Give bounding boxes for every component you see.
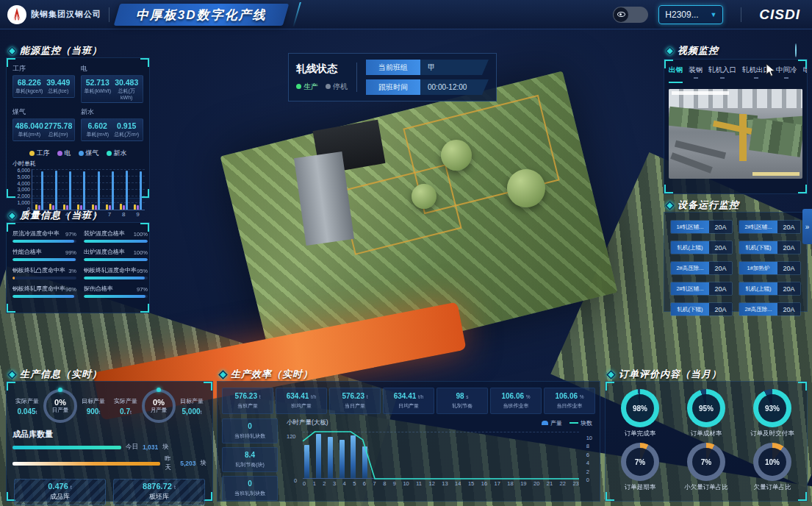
energy-section-process: 工序 68.226单耗(kgce/t) 39.449总耗(tce) — [12, 64, 75, 103]
efficiency-stat: 106.06 %当班作业率 — [490, 388, 542, 414]
quality-item: 性能合格率99% — [12, 248, 76, 261]
camera-tabs: 出钢 装钢 轧机入口 轧机出口 中间冷 电加热 — [664, 60, 807, 86]
header-divider — [741, 7, 741, 22]
energy-chart-legend: 工序 电 煤气 新水 — [7, 149, 149, 158]
quality-item: 出炉温度合格率100% — [84, 248, 148, 261]
energy-chart-title: 小时单耗 — [12, 160, 149, 168]
dashboard: 陕钢集团汉钢公司 中厚板3D数字化产线 H2309... ▼ CISDI 能源监… — [0, 0, 812, 506]
panel-collapse-arrow[interactable]: » — [802, 209, 812, 244]
legend-dot-electricity — [57, 151, 62, 156]
mill-dome — [507, 169, 545, 207]
green-dot-icon — [296, 84, 301, 89]
device-row: 1#加热炉20A — [739, 261, 801, 275]
order-gauge: 95% 订单成材率 — [675, 389, 738, 438]
tab-tapping[interactable]: 出钢 — [669, 65, 683, 83]
tab-intermediate-cooling[interactable]: 中间冷 — [776, 65, 797, 83]
energy-panel: 工序 68.226单耗(kgce/t) 39.449总耗(tce) 电 52.7… — [6, 57, 150, 199]
gray-dot-icon — [326, 84, 331, 89]
energy-y-axis: 6,0005,0004,0003,0002,0001,0000 — [8, 168, 30, 212]
tab-mill-entry[interactable]: 轧机入口 — [708, 65, 736, 83]
top-bar: 陕钢集团汉钢公司 中厚板3D数字化产线 H2309... ▼ CISDI — [0, 0, 812, 29]
finished-goods-card: 0.476 t 成品库 — [14, 479, 106, 505]
order-gauge: 7% 小欠量订单占比 — [675, 443, 738, 492]
line-legend-icon — [570, 422, 578, 424]
device-row: 2#高压除...20A — [670, 261, 733, 275]
quality-panel-title: 质量信息（当班） — [9, 209, 102, 222]
diamond-icon — [665, 46, 675, 56]
bar-legend-icon — [542, 421, 548, 425]
diamond-icon — [7, 370, 17, 380]
energy-panel-title: 能源监控（当班） — [9, 44, 102, 57]
efficiency-panel: 576.23 t当班产量 634.41 t/h班均产量 576.23 t当日产量… — [217, 381, 600, 502]
device-row: 轧机(下辊)20A — [739, 240, 801, 254]
vertical-divider — [356, 63, 357, 92]
hourly-output-chart: 小时产量(大板) 产量 块数 120 0 1086420 012345 — [284, 418, 595, 501]
diamond-icon — [218, 370, 228, 380]
page-title: 中厚板3D数字化产线 — [136, 6, 267, 23]
eye-icon — [617, 12, 625, 17]
video-panel: 出钢 装钢 轧机入口 轧机出口 中间冷 电加热 — [664, 59, 808, 194]
monthly-target-output: 目标产量 5,000t — [176, 397, 208, 416]
heat-number-dropdown[interactable]: H2309... ▼ — [658, 5, 723, 24]
camera-timestamp-overlay — [672, 91, 729, 95]
orders-panel-title: 订单评价内容（当月） — [608, 368, 722, 381]
monthly-output-gauge: 0% 月产量 — [142, 389, 176, 423]
efficiency-stat: 106.06 %当日作业率 — [544, 388, 595, 414]
devices-panel-title: 设备运行监控 — [667, 199, 739, 212]
heat-number-value: H2309... — [665, 10, 698, 20]
video-feed[interactable] — [669, 89, 802, 179]
page-title-banner: 中厚板3D数字化产线 — [114, 4, 289, 26]
order-gauge: 98% 订单完成率 — [608, 389, 672, 438]
side-stat: 8.4轧制节奏(块) — [222, 447, 278, 472]
legend-dot-process — [29, 151, 35, 156]
tab-charging[interactable]: 装钢 — [689, 65, 703, 83]
tab-electric-heating[interactable]: 电加热 — [803, 65, 808, 83]
device-row: 轧机(上辊)20A — [739, 282, 801, 296]
video-settings-icon[interactable] — [795, 44, 797, 57]
chevron-down-icon: ▼ — [710, 11, 716, 18]
energy-chart-bars — [32, 169, 145, 210]
efficiency-stat: 634.41 t/h日均产量 — [383, 388, 434, 414]
device-row: 2#轧区辅...20A — [670, 282, 733, 296]
daily-output-gauge: 0% 日产量 — [43, 389, 77, 423]
quality-item: 装炉温度合格率100% — [84, 229, 148, 243]
diamond-icon — [7, 211, 17, 221]
inventory-yesterday-bar: 昨天5,203块 — [7, 453, 212, 474]
energy-section-water: 新水 6.602单耗(m³/t) 0.915总耗(万m³) — [81, 107, 143, 141]
devices-panel: 1#轧区辅...20A 2#轧区辅...20A 轧机(上辊)20A 轧机(下辊)… — [664, 212, 808, 312]
device-row: 2#高压除...20A — [739, 302, 801, 316]
order-gauge: 7% 订单超期率 — [608, 443, 672, 492]
efficiency-stat: 634.41 t/h班均产量 — [276, 388, 327, 414]
mill-dome — [441, 140, 472, 171]
diamond-icon — [7, 46, 17, 56]
production-panel-title: 生产信息（实时） — [9, 368, 102, 381]
device-row: 2#轧区辅...20A — [739, 220, 801, 234]
order-gauge: 10% 欠量订单占比 — [741, 443, 804, 492]
shift-time-row: 跟班时间00:00-12:00 — [366, 79, 489, 95]
quality-item: 层流冷温度命中率97% — [12, 229, 76, 243]
diamond-icon — [606, 370, 616, 380]
order-gauge: 93% 订单及时交付率 — [741, 389, 804, 438]
energy-chart — [32, 169, 145, 210]
device-row: 轧机(下辊)20A — [670, 302, 733, 316]
hourly-xlabels: 01234567891011121314151617181920212223 — [303, 480, 579, 487]
tab-mill-exit[interactable]: 轧机出口 — [742, 65, 770, 83]
hourly-chart-legend: 产量 块数 — [542, 418, 592, 427]
visibility-toggle[interactable] — [613, 7, 648, 23]
status-stopped: 停机 — [326, 82, 348, 92]
quality-item: 探伤合格率97% — [84, 285, 148, 298]
company-logo-icon — [7, 5, 26, 24]
device-row: 轧机(上辊)20A — [670, 240, 733, 254]
legend-dot-water — [107, 151, 112, 156]
device-row: 1#轧区辅...20A — [670, 220, 733, 234]
quality-panel: 层流冷温度命中率97% 装炉温度合格率100% 性能合格率99% 出炉温度合格率… — [6, 222, 150, 313]
energy-section-gas: 煤气 486.040单耗(m³/t) 2775.78总耗(m³) — [12, 107, 75, 141]
inventory-today-bar: 今日1,031块 — [7, 441, 212, 453]
inventory-title: 成品库数量 — [7, 426, 212, 441]
hourly-right-axis: 1086420 — [586, 435, 592, 483]
quality-item: 钢板终轧凸度命中率3% — [12, 266, 76, 279]
status-producing: 生产 — [296, 82, 318, 92]
side-stat: 0当班轧制块数 — [222, 476, 278, 501]
efficiency-stat: 98 s轧制节奏 — [436, 388, 488, 414]
header-divider — [109, 7, 109, 22]
